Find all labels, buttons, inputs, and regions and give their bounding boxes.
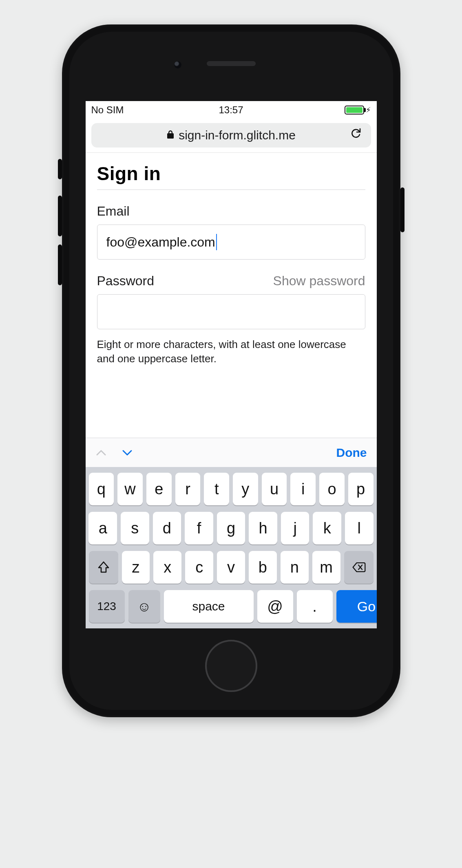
key-x[interactable]: x bbox=[153, 551, 181, 584]
email-value: foo@example.com bbox=[106, 235, 215, 250]
key-row-3: z x c v b n m bbox=[89, 551, 374, 584]
key-at[interactable]: @ bbox=[257, 590, 293, 623]
key-dot[interactable]: . bbox=[297, 590, 333, 623]
browser-chrome: sign-in-form.glitch.me bbox=[86, 119, 377, 152]
home-button[interactable] bbox=[205, 640, 257, 692]
key-p[interactable]: p bbox=[348, 473, 374, 505]
keyboard-done-button[interactable]: Done bbox=[336, 446, 367, 460]
page-content: Sign in Email foo@example.com Password S… bbox=[86, 153, 377, 366]
address-bar[interactable]: sign-in-form.glitch.me bbox=[91, 123, 371, 148]
key-e[interactable]: e bbox=[146, 473, 172, 505]
key-z[interactable]: z bbox=[122, 551, 150, 584]
key-u[interactable]: u bbox=[262, 473, 287, 505]
key-row-1: q w e r t y u i o p bbox=[89, 473, 374, 505]
keyboard-toolbar: Done bbox=[86, 438, 377, 467]
key-o[interactable]: o bbox=[319, 473, 345, 505]
key-m[interactable]: m bbox=[312, 551, 340, 584]
key-y[interactable]: y bbox=[233, 473, 258, 505]
show-password-toggle[interactable]: Show password bbox=[273, 273, 365, 289]
key-r[interactable]: r bbox=[175, 473, 201, 505]
key-h[interactable]: h bbox=[249, 512, 277, 544]
email-input[interactable]: foo@example.com bbox=[97, 225, 365, 260]
url-host: sign-in-form.glitch.me bbox=[179, 128, 296, 142]
battery-icon bbox=[345, 106, 364, 115]
lock-icon bbox=[166, 130, 175, 141]
password-hint: Eight or more characters, with at least … bbox=[97, 337, 365, 366]
key-q[interactable]: q bbox=[89, 473, 114, 505]
key-shift[interactable] bbox=[89, 551, 118, 584]
key-d[interactable]: d bbox=[153, 512, 181, 544]
next-field-icon[interactable] bbox=[122, 449, 133, 457]
password-input[interactable] bbox=[97, 294, 365, 329]
earpiece-speaker bbox=[207, 61, 256, 66]
key-k[interactable]: k bbox=[313, 512, 341, 544]
clock: 13:57 bbox=[86, 104, 377, 116]
key-numeric[interactable]: 123 bbox=[89, 590, 125, 623]
status-bar: No SIM 13:57 ⚡︎ bbox=[86, 101, 377, 119]
key-row-2: a s d f g h j k l bbox=[89, 512, 374, 544]
key-c[interactable]: c bbox=[185, 551, 213, 584]
key-t[interactable]: t bbox=[204, 473, 229, 505]
key-i[interactable]: i bbox=[290, 473, 316, 505]
phone-bezel: No SIM 13:57 ⚡︎ sign-in-form.glitch.me bbox=[69, 32, 393, 710]
key-b[interactable]: b bbox=[249, 551, 277, 584]
volume-down-button bbox=[58, 245, 62, 285]
key-s[interactable]: s bbox=[121, 512, 149, 544]
key-emoji[interactable]: ☺ bbox=[128, 590, 160, 623]
password-label: Password bbox=[97, 273, 155, 289]
volume-up-button bbox=[58, 196, 62, 236]
key-l[interactable]: l bbox=[345, 512, 374, 544]
key-n[interactable]: n bbox=[281, 551, 309, 584]
key-w[interactable]: w bbox=[117, 473, 143, 505]
email-label: Email bbox=[97, 204, 130, 219]
reload-icon[interactable] bbox=[350, 127, 362, 144]
power-button bbox=[400, 187, 405, 232]
keyboard: Done q w e r t y u i o p bbox=[86, 438, 377, 628]
front-camera bbox=[174, 61, 181, 68]
page-title: Sign in bbox=[97, 163, 365, 190]
key-row-4: 123 ☺ space @ . Go bbox=[89, 590, 374, 623]
key-space[interactable]: space bbox=[164, 590, 254, 623]
key-backspace[interactable] bbox=[344, 551, 374, 584]
mute-switch bbox=[58, 159, 62, 179]
email-field-group: Email foo@example.com bbox=[97, 204, 365, 260]
screen: No SIM 13:57 ⚡︎ sign-in-form.glitch.me bbox=[86, 101, 377, 628]
prev-field-icon bbox=[95, 449, 107, 457]
keyboard-keys: q w e r t y u i o p a s d bbox=[86, 467, 377, 628]
key-go[interactable]: Go bbox=[336, 590, 377, 623]
key-a[interactable]: a bbox=[88, 512, 117, 544]
key-v[interactable]: v bbox=[217, 551, 245, 584]
text-caret bbox=[216, 234, 217, 250]
key-f[interactable]: f bbox=[185, 512, 213, 544]
key-g[interactable]: g bbox=[217, 512, 245, 544]
key-j[interactable]: j bbox=[281, 512, 309, 544]
password-field-group: Password Show password Eight or more cha… bbox=[97, 273, 365, 366]
phone-frame: No SIM 13:57 ⚡︎ sign-in-form.glitch.me bbox=[62, 24, 400, 717]
